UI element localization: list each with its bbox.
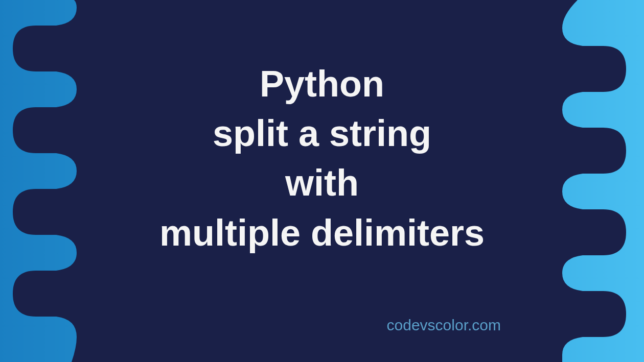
banner-title: Python split a string with multiple deli… <box>92 59 552 258</box>
watermark-text: codevscolor.com <box>387 317 501 334</box>
title-line-2: split a string <box>92 109 552 158</box>
title-line-3: with <box>92 158 552 208</box>
banner-container: Python split a string with multiple deli… <box>0 0 644 362</box>
title-line-4: multiple delimiters <box>92 208 552 258</box>
title-line-1: Python <box>92 59 552 109</box>
